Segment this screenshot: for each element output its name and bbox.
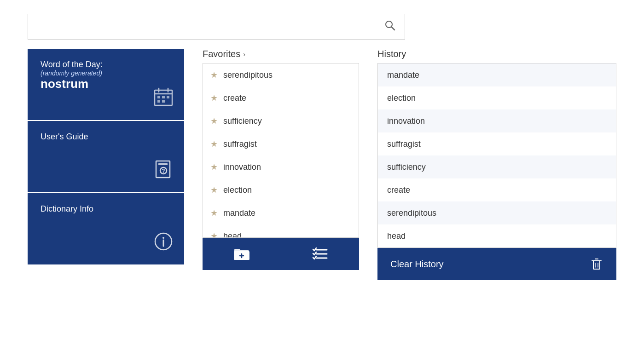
history-item-label: mandate <box>387 70 419 80</box>
favorites-item-label: sufficiency <box>223 116 262 126</box>
favorites-chevron: › <box>243 51 245 58</box>
dictionary-info-tile[interactable]: Dictionary Info <box>28 193 184 264</box>
favorites-header: Favorites › <box>203 49 359 59</box>
star-icon: ★ <box>210 231 218 238</box>
search-icon <box>384 20 395 31</box>
add-favorite-button[interactable] <box>203 238 281 270</box>
list-item[interactable]: ★ sufficiency <box>203 109 359 132</box>
history-item-label: suffragist <box>387 139 421 149</box>
calendar-icon <box>154 87 173 111</box>
checklist-icon <box>311 245 329 263</box>
word-of-day-subtitle: (randomly generated) <box>41 69 171 77</box>
favorites-item-label: mandate <box>223 208 255 218</box>
word-of-day-label: Word of the Day: <box>41 60 171 69</box>
history-item[interactable]: innovation <box>378 109 616 132</box>
history-item-label: innovation <box>387 116 425 126</box>
svg-text:?: ? <box>162 168 165 174</box>
svg-line-1 <box>392 27 395 30</box>
history-item-label: head <box>387 231 406 241</box>
history-item-label: create <box>387 185 410 195</box>
users-guide-label: User's Guide <box>41 132 171 142</box>
svg-rect-8 <box>167 96 169 98</box>
list-item[interactable]: ★ mandate <box>203 201 359 224</box>
list-item[interactable]: ★ innovation <box>203 155 359 178</box>
favorites-item-label: head <box>223 231 242 238</box>
star-icon: ★ <box>210 185 218 195</box>
history-item[interactable]: create <box>378 178 616 201</box>
history-item[interactable]: serendipitous <box>378 201 616 224</box>
history-item[interactable]: election <box>378 86 616 109</box>
word-of-day-word: nostrum <box>41 77 171 91</box>
svg-rect-12 <box>158 163 168 165</box>
history-header: History <box>377 49 616 59</box>
history-item[interactable]: mandate <box>378 63 616 86</box>
history-item[interactable]: sufficiency <box>378 155 616 178</box>
clear-history-button[interactable]: Clear History <box>377 248 616 280</box>
main-layout: Word of the Day: (randomly generated) no… <box>28 49 616 280</box>
favorites-item-label: suffragist <box>223 139 257 149</box>
favorites-list: ★ serendipitous ★ create ★ sufficiency ★… <box>203 63 359 238</box>
history-item[interactable]: head <box>378 224 616 247</box>
favorites-actions <box>203 238 359 270</box>
favorites-item-label: serendipitous <box>223 70 273 80</box>
history-item-label: election <box>387 93 416 103</box>
list-item[interactable]: ★ head <box>203 224 359 238</box>
svg-rect-24 <box>593 261 600 269</box>
list-item[interactable]: ★ serendipitous <box>203 63 359 86</box>
favorites-section: Favorites › ★ serendipitous ★ create ★ s… <box>203 49 359 270</box>
svg-rect-9 <box>157 100 160 103</box>
dictionary-info-label: Dictionary Info <box>41 204 171 214</box>
favorites-item-label: innovation <box>223 162 261 172</box>
svg-rect-10 <box>162 100 165 103</box>
clear-history-label: Clear History <box>390 259 444 270</box>
star-icon: ★ <box>210 208 218 218</box>
history-item-label: sufficiency <box>387 162 426 172</box>
history-item-label: serendipitous <box>387 208 436 218</box>
star-icon: ★ <box>210 139 218 149</box>
page-container: Word of the Day: (randomly generated) no… <box>0 0 644 362</box>
svg-point-17 <box>162 237 164 239</box>
trash-icon <box>590 257 603 271</box>
favorites-title: Favorites <box>203 49 240 59</box>
star-icon: ★ <box>210 93 218 103</box>
add-favorite-icon <box>233 245 250 263</box>
history-item[interactable]: suffragist <box>378 132 616 155</box>
sidebar: Word of the Day: (randomly generated) no… <box>28 49 184 264</box>
word-of-day-tile[interactable]: Word of the Day: (randomly generated) no… <box>28 49 184 120</box>
search-button[interactable] <box>381 18 399 35</box>
star-icon: ★ <box>210 162 218 172</box>
users-guide-tile[interactable]: User's Guide ? <box>28 121 184 192</box>
favorites-item-label: election <box>223 185 252 195</box>
svg-rect-7 <box>162 96 165 98</box>
guide-icon: ? <box>154 160 173 183</box>
svg-rect-6 <box>157 96 160 98</box>
search-bar <box>28 14 405 40</box>
history-title: History <box>377 49 406 59</box>
list-item[interactable]: ★ election <box>203 178 359 201</box>
history-list: mandate election innovation suffragist s… <box>377 63 616 248</box>
list-item[interactable]: ★ suffragist <box>203 132 359 155</box>
manage-favorites-button[interactable] <box>281 238 360 270</box>
list-item[interactable]: ★ create <box>203 86 359 109</box>
star-icon: ★ <box>210 70 218 80</box>
history-section: History mandate election innovation suff… <box>377 49 616 280</box>
info-icon <box>154 232 173 255</box>
star-icon: ★ <box>210 116 218 126</box>
favorites-item-label: create <box>223 93 246 103</box>
search-input[interactable] <box>34 22 381 32</box>
